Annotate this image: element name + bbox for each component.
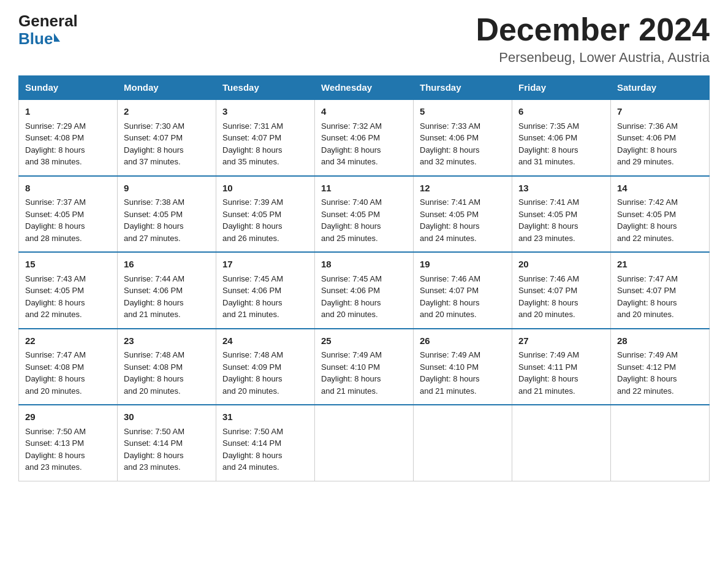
day-number: 26 (420, 334, 506, 348)
day-number: 6 (518, 105, 604, 119)
calendar-cell: 26 Sunrise: 7:49 AM Sunset: 4:10 PM Dayl… (414, 329, 512, 405)
day-number: 15 (25, 258, 111, 272)
calendar-cell: 29 Sunrise: 7:50 AM Sunset: 4:13 PM Dayl… (19, 405, 118, 481)
day-number: 8 (25, 182, 111, 196)
calendar-cell: 4 Sunrise: 7:32 AM Sunset: 4:06 PM Dayli… (315, 99, 414, 176)
day-number: 9 (124, 182, 210, 196)
calendar-week-1: 1 Sunrise: 7:29 AM Sunset: 4:08 PM Dayli… (19, 99, 710, 176)
day-info: Sunrise: 7:45 AM Sunset: 4:06 PM Dayligh… (321, 273, 407, 321)
calendar-cell: 2 Sunrise: 7:30 AM Sunset: 4:07 PM Dayli… (118, 99, 216, 176)
calendar-cell: 27 Sunrise: 7:49 AM Sunset: 4:11 PM Dayl… (512, 329, 611, 405)
day-info: Sunrise: 7:38 AM Sunset: 4:05 PM Dayligh… (124, 196, 210, 244)
day-number: 18 (321, 258, 407, 272)
day-info: Sunrise: 7:45 AM Sunset: 4:06 PM Dayligh… (222, 273, 308, 321)
calendar-cell: 1 Sunrise: 7:29 AM Sunset: 4:08 PM Dayli… (19, 99, 118, 176)
day-number: 4 (321, 105, 407, 119)
header-wednesday: Wednesday (315, 76, 414, 100)
day-number: 10 (222, 182, 308, 196)
calendar-cell: 9 Sunrise: 7:38 AM Sunset: 4:05 PM Dayli… (118, 176, 216, 253)
calendar-cell: 19 Sunrise: 7:46 AM Sunset: 4:07 PM Dayl… (414, 252, 512, 329)
day-info: Sunrise: 7:43 AM Sunset: 4:05 PM Dayligh… (25, 273, 111, 321)
day-info: Sunrise: 7:49 AM Sunset: 4:10 PM Dayligh… (321, 349, 407, 397)
calendar-cell: 6 Sunrise: 7:35 AM Sunset: 4:06 PM Dayli… (512, 99, 611, 176)
header-row: Sunday Monday Tuesday Wednesday Thursday… (19, 76, 710, 100)
day-number: 7 (617, 105, 703, 119)
day-number: 21 (617, 258, 703, 272)
day-info: Sunrise: 7:36 AM Sunset: 4:06 PM Dayligh… (617, 120, 703, 168)
day-number: 25 (321, 334, 407, 348)
calendar-cell: 11 Sunrise: 7:40 AM Sunset: 4:05 PM Dayl… (315, 176, 414, 253)
day-info: Sunrise: 7:37 AM Sunset: 4:05 PM Dayligh… (25, 196, 111, 244)
calendar-week-4: 22 Sunrise: 7:47 AM Sunset: 4:08 PM Dayl… (19, 329, 710, 405)
calendar-cell (512, 405, 611, 481)
calendar-cell: 22 Sunrise: 7:47 AM Sunset: 4:08 PM Dayl… (19, 329, 118, 405)
day-number: 11 (321, 182, 407, 196)
calendar-cell: 5 Sunrise: 7:33 AM Sunset: 4:06 PM Dayli… (414, 99, 512, 176)
calendar-cell: 3 Sunrise: 7:31 AM Sunset: 4:07 PM Dayli… (216, 99, 315, 176)
day-info: Sunrise: 7:29 AM Sunset: 4:08 PM Dayligh… (25, 120, 111, 168)
day-info: Sunrise: 7:42 AM Sunset: 4:05 PM Dayligh… (617, 196, 703, 244)
location-title: Persenbeug, Lower Austria, Austria (476, 50, 710, 66)
header-monday: Monday (118, 76, 216, 100)
page-header: General Blue December 2024 Persenbeug, L… (18, 12, 710, 66)
logo-general-text: General (18, 12, 78, 30)
header-friday: Friday (512, 76, 611, 100)
day-number: 5 (420, 105, 506, 119)
day-info: Sunrise: 7:50 AM Sunset: 4:13 PM Dayligh… (25, 426, 111, 473)
calendar-cell: 20 Sunrise: 7:46 AM Sunset: 4:07 PM Dayl… (512, 252, 611, 329)
day-info: Sunrise: 7:41 AM Sunset: 4:05 PM Dayligh… (420, 196, 506, 244)
calendar-cell: 10 Sunrise: 7:39 AM Sunset: 4:05 PM Dayl… (216, 176, 315, 253)
logo: General Blue (18, 12, 78, 47)
day-info: Sunrise: 7:44 AM Sunset: 4:06 PM Dayligh… (124, 273, 210, 321)
day-info: Sunrise: 7:49 AM Sunset: 4:10 PM Dayligh… (420, 349, 506, 397)
calendar-week-2: 8 Sunrise: 7:37 AM Sunset: 4:05 PM Dayli… (19, 176, 710, 253)
calendar-cell: 24 Sunrise: 7:48 AM Sunset: 4:09 PM Dayl… (216, 329, 315, 405)
day-info: Sunrise: 7:35 AM Sunset: 4:06 PM Dayligh… (518, 120, 604, 168)
day-info: Sunrise: 7:39 AM Sunset: 4:05 PM Dayligh… (222, 196, 308, 244)
day-number: 12 (420, 182, 506, 196)
day-info: Sunrise: 7:49 AM Sunset: 4:12 PM Dayligh… (617, 349, 703, 397)
day-info: Sunrise: 7:47 AM Sunset: 4:07 PM Dayligh… (617, 273, 703, 321)
calendar-cell (611, 405, 710, 481)
day-number: 20 (518, 258, 604, 272)
day-info: Sunrise: 7:50 AM Sunset: 4:14 PM Dayligh… (124, 426, 210, 473)
day-info: Sunrise: 7:30 AM Sunset: 4:07 PM Dayligh… (124, 120, 210, 168)
day-number: 3 (222, 105, 308, 119)
calendar-cell: 28 Sunrise: 7:49 AM Sunset: 4:12 PM Dayl… (611, 329, 710, 405)
header-thursday: Thursday (414, 76, 512, 100)
calendar-cell: 8 Sunrise: 7:37 AM Sunset: 4:05 PM Dayli… (19, 176, 118, 253)
day-number: 28 (617, 334, 703, 348)
calendar-week-5: 29 Sunrise: 7:50 AM Sunset: 4:13 PM Dayl… (19, 405, 710, 481)
calendar-cell: 31 Sunrise: 7:50 AM Sunset: 4:14 PM Dayl… (216, 405, 315, 481)
day-number: 19 (420, 258, 506, 272)
day-number: 13 (518, 182, 604, 196)
calendar-cell: 15 Sunrise: 7:43 AM Sunset: 4:05 PM Dayl… (19, 252, 118, 329)
day-number: 14 (617, 182, 703, 196)
calendar-cell: 7 Sunrise: 7:36 AM Sunset: 4:06 PM Dayli… (611, 99, 710, 176)
day-info: Sunrise: 7:41 AM Sunset: 4:05 PM Dayligh… (518, 196, 604, 244)
header-tuesday: Tuesday (216, 76, 315, 100)
day-info: Sunrise: 7:50 AM Sunset: 4:14 PM Dayligh… (222, 426, 308, 473)
day-info: Sunrise: 7:33 AM Sunset: 4:06 PM Dayligh… (420, 120, 506, 168)
calendar-cell (414, 405, 512, 481)
calendar-cell: 17 Sunrise: 7:45 AM Sunset: 4:06 PM Dayl… (216, 252, 315, 329)
day-number: 23 (124, 334, 210, 348)
calendar-cell: 14 Sunrise: 7:42 AM Sunset: 4:05 PM Dayl… (611, 176, 710, 253)
day-info: Sunrise: 7:49 AM Sunset: 4:11 PM Dayligh… (518, 349, 604, 397)
calendar-cell: 12 Sunrise: 7:41 AM Sunset: 4:05 PM Dayl… (414, 176, 512, 253)
calendar-cell: 23 Sunrise: 7:48 AM Sunset: 4:08 PM Dayl… (118, 329, 216, 405)
day-number: 24 (222, 334, 308, 348)
day-info: Sunrise: 7:47 AM Sunset: 4:08 PM Dayligh… (25, 349, 111, 397)
calendar-cell: 18 Sunrise: 7:45 AM Sunset: 4:06 PM Dayl… (315, 252, 414, 329)
calendar-cell: 13 Sunrise: 7:41 AM Sunset: 4:05 PM Dayl… (512, 176, 611, 253)
day-info: Sunrise: 7:46 AM Sunset: 4:07 PM Dayligh… (518, 273, 604, 321)
day-number: 29 (25, 410, 111, 424)
day-number: 30 (124, 410, 210, 424)
calendar-week-3: 15 Sunrise: 7:43 AM Sunset: 4:05 PM Dayl… (19, 252, 710, 329)
day-info: Sunrise: 7:32 AM Sunset: 4:06 PM Dayligh… (321, 120, 407, 168)
month-title: December 2024 (476, 12, 710, 47)
header-sunday: Sunday (19, 76, 118, 100)
day-info: Sunrise: 7:40 AM Sunset: 4:05 PM Dayligh… (321, 196, 407, 244)
day-number: 17 (222, 258, 308, 272)
calendar-cell: 25 Sunrise: 7:49 AM Sunset: 4:10 PM Dayl… (315, 329, 414, 405)
